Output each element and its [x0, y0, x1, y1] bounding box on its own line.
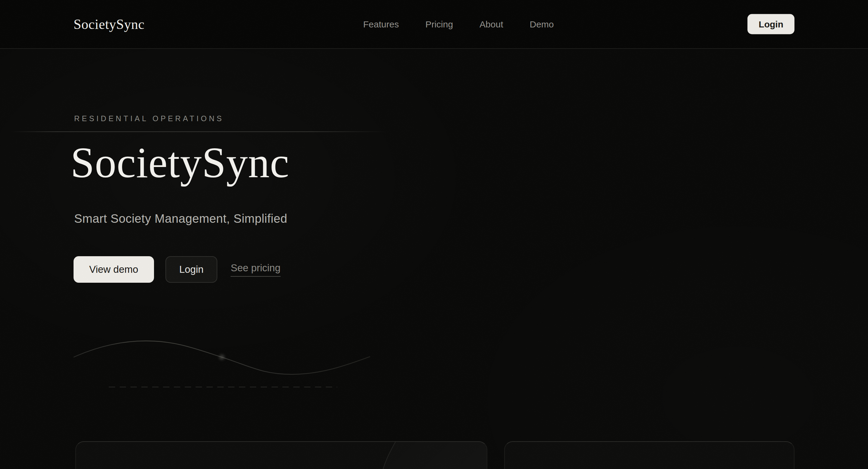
nav-links: Features Pricing About Demo — [363, 0, 554, 49]
nav-login-button[interactable]: Login — [747, 14, 795, 34]
hero-title: SocietySync — [70, 135, 289, 191]
wave-svg — [73, 335, 372, 380]
brand-logo[interactable]: SocietySync — [73, 16, 144, 32]
wave-marker-dot — [219, 354, 224, 360]
nav-item-pricing[interactable]: Pricing — [425, 19, 453, 30]
nav-item-about[interactable]: About — [479, 19, 503, 30]
see-pricing-link[interactable]: See pricing — [230, 262, 280, 277]
card-area-chart — [76, 442, 487, 469]
preview-card-left[interactable] — [75, 441, 487, 469]
grain-overlay — [0, 0, 868, 469]
preview-card-right[interactable] — [504, 441, 795, 469]
hero-subtitle: Smart Society Management, Simplified — [74, 212, 287, 225]
wave-graphic — [73, 335, 372, 381]
top-nav: SocietySync Features Pricing About Demo … — [0, 0, 868, 49]
eyebrow-divider — [10, 131, 388, 132]
hero-eyebrow: RESIDENTIAL OPERATIONS — [74, 114, 224, 123]
dashed-baseline — [109, 387, 337, 387]
nav-item-features[interactable]: Features — [363, 19, 399, 30]
background-vignette — [0, 0, 868, 469]
view-demo-button[interactable]: View demo — [73, 256, 154, 283]
nav-item-demo[interactable]: Demo — [530, 19, 554, 30]
hero-cta-row: View demo Login See pricing — [73, 256, 281, 283]
hero-login-button[interactable]: Login — [165, 256, 218, 283]
